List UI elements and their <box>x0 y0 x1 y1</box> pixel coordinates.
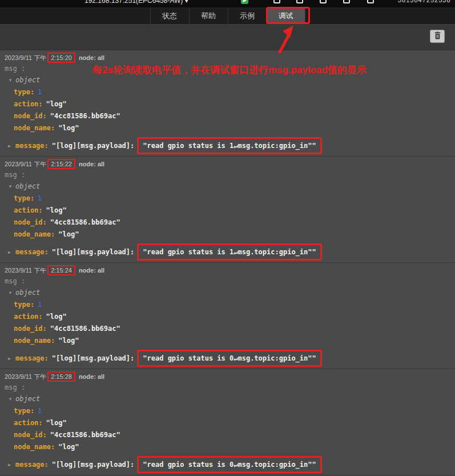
triangle-expanded-icon[interactable]: ▼ <box>8 290 15 295</box>
run-icon[interactable]: ▶ <box>241 0 248 4</box>
object-expand-row[interactable]: ▼ object <box>5 286 450 299</box>
object-field-row: node_id:"4cc81586.bb69ac" <box>5 217 450 229</box>
triangle-expanded-icon[interactable]: ▼ <box>8 184 15 189</box>
tab-examples[interactable]: 示例 <box>228 7 267 24</box>
message-payload: "read gpio status is 0↵msg.topic:gpio_in… <box>143 354 316 362</box>
object-fields: type:1 action:"log" node_id:"4cc81586.bb… <box>5 299 450 347</box>
object-field-row: action:"log" <box>5 311 450 323</box>
object-field-row: node_name:"log" <box>5 229 450 241</box>
triangle-collapsed-icon[interactable]: ▶ <box>8 250 15 255</box>
device-label: 192.168.137.251(EPC6458-AW) <box>84 0 183 5</box>
timestamp-time: 2:15:22 <box>51 161 72 167</box>
msg-path-label: msg : <box>5 170 450 180</box>
tab-status[interactable]: 状态 <box>150 7 189 24</box>
annotation-payload-box: "read gpio status is 1↵msg.topic:gpio_in… <box>137 137 321 154</box>
timestamp-date: 2023/9/11 下午 <box>5 373 46 381</box>
msg-path-label: msg : <box>5 63 450 74</box>
upload-icon[interactable] <box>320 0 327 3</box>
object-field-row: node_id:"4cc81586.bb69ac" <box>5 429 450 441</box>
debug-message-list: 2023/9/11 下午 2:15:20 node: all msg : ▼ o… <box>0 50 455 475</box>
field-value: "log" <box>58 337 79 345</box>
field-value: "log" <box>46 313 67 321</box>
object-fields: type:1 action:"log" node_id:"4cc81586.bb… <box>5 86 450 134</box>
field-key: type: <box>14 88 34 96</box>
clear-messages-button[interactable] <box>430 30 445 43</box>
field-value: "log" <box>46 100 67 108</box>
node-label: node: all <box>79 373 104 380</box>
annotation-payload-box: "read gpio status is 0↵msg.topic:gpio_in… <box>137 456 321 473</box>
field-key: action: <box>14 100 43 108</box>
object-expand-row[interactable]: ▼ object <box>5 74 450 86</box>
object-type-label: object <box>15 76 40 84</box>
field-value: "4cc81586.bb69ac" <box>50 325 120 333</box>
debug-message: 2023/9/11 下午 2:15:28 node: all msg : ▼ o… <box>0 369 455 475</box>
folder-icon[interactable] <box>343 0 350 3</box>
message-field-row: ▶ message: "[log][msg.payload]: "read gp… <box>5 347 450 369</box>
object-field-row: type:1 <box>5 193 450 205</box>
sidebar-tabbar: 状态 帮助 示例 调试 <box>0 7 455 24</box>
object-field-row: node_name:"log" <box>5 122 450 134</box>
message-key: message: <box>15 354 49 362</box>
annotation-payload-box: "read gpio status is 0↵msg.topic:gpio_in… <box>137 350 321 367</box>
device-selector[interactable]: 192.168.137.251(EPC6458-AW) ▾ <box>84 0 188 5</box>
top-system-bar: 192.168.137.251(EPC6458-AW) ▾ ▶ 38138472… <box>0 0 455 7</box>
annotation-time-box: 2:15:22 <box>47 159 75 169</box>
msg-path-label: msg : <box>5 382 450 393</box>
triangle-collapsed-icon[interactable]: ▶ <box>8 356 15 361</box>
timestamp-time: 2:15:28 <box>51 373 72 380</box>
object-field-row: type:1 <box>5 299 450 311</box>
field-key: node_name: <box>14 124 55 132</box>
field-key: action: <box>14 313 43 321</box>
object-field-row: node_name:"log" <box>5 441 450 453</box>
node-label: node: all <box>79 267 104 274</box>
message-key: message: <box>15 248 49 256</box>
field-key: node_id: <box>14 325 47 333</box>
download-icon[interactable] <box>296 0 303 3</box>
field-key: action: <box>14 206 43 214</box>
field-value: "log" <box>46 206 67 214</box>
message-prefix: "[log][msg.payload]: <box>52 461 135 469</box>
triangle-collapsed-icon[interactable]: ▶ <box>8 462 15 467</box>
field-value: "log" <box>58 124 79 132</box>
annotation-time-box: 2:15:20 <box>47 53 75 63</box>
topbar-number: 3813847252538 <box>398 0 451 3</box>
annotation-time-box: 2:15:24 <box>47 265 75 275</box>
apps-icon[interactable] <box>367 0 374 3</box>
message-payload: "read gpio status is 1↵msg.topic:gpio_in… <box>143 248 316 256</box>
message-prefix: "[log][msg.payload]: <box>52 142 135 150</box>
chevron-down-icon: ▾ <box>185 0 188 5</box>
timestamp-time: 2:15:24 <box>51 267 72 274</box>
msg-path-label: msg : <box>5 276 450 286</box>
tab-help[interactable]: 帮助 <box>189 7 228 24</box>
debug-message: 2023/9/11 下午 2:15:24 node: all msg : ▼ o… <box>0 263 455 369</box>
tab-debug-label: 调试 <box>279 11 293 21</box>
object-type-label: object <box>15 395 40 403</box>
object-field-row: action:"log" <box>5 98 450 110</box>
object-expand-row[interactable]: ▼ object <box>5 180 450 193</box>
object-field-row: type:1 <box>5 405 450 417</box>
tab-debug[interactable]: 调试 <box>267 7 305 24</box>
triangle-expanded-icon[interactable]: ▼ <box>8 397 15 402</box>
debug-message-header: 2023/9/11 下午 2:15:24 node: all <box>5 266 450 275</box>
object-field-row: action:"log" <box>5 417 450 429</box>
debug-toolbar <box>0 24 455 50</box>
message-prefix: "[log][msg.payload]: <box>52 248 135 256</box>
field-value: "4cc81586.bb69ac" <box>50 431 120 439</box>
triangle-collapsed-icon[interactable]: ▶ <box>8 143 15 149</box>
field-key: node_id: <box>14 431 47 439</box>
object-type-label: object <box>15 182 40 190</box>
triangle-expanded-icon[interactable]: ▼ <box>8 78 15 83</box>
field-key: node_name: <box>14 337 55 345</box>
screenshot-icon[interactable] <box>273 0 280 3</box>
timestamp-time: 2:15:20 <box>51 54 72 61</box>
timestamp-date: 2023/9/11 下午 <box>5 160 46 169</box>
field-value: "4cc81586.bb69ac" <box>50 112 120 120</box>
object-expand-row[interactable]: ▼ object <box>5 393 450 405</box>
field-key: node_name: <box>14 230 55 238</box>
field-key: action: <box>14 419 43 427</box>
node-label: node: all <box>79 161 104 167</box>
field-value: 1 <box>38 301 42 309</box>
field-value: "log" <box>46 419 67 427</box>
debug-message-header: 2023/9/11 下午 2:15:22 node: all <box>5 159 450 169</box>
field-key: node_id: <box>14 218 47 226</box>
